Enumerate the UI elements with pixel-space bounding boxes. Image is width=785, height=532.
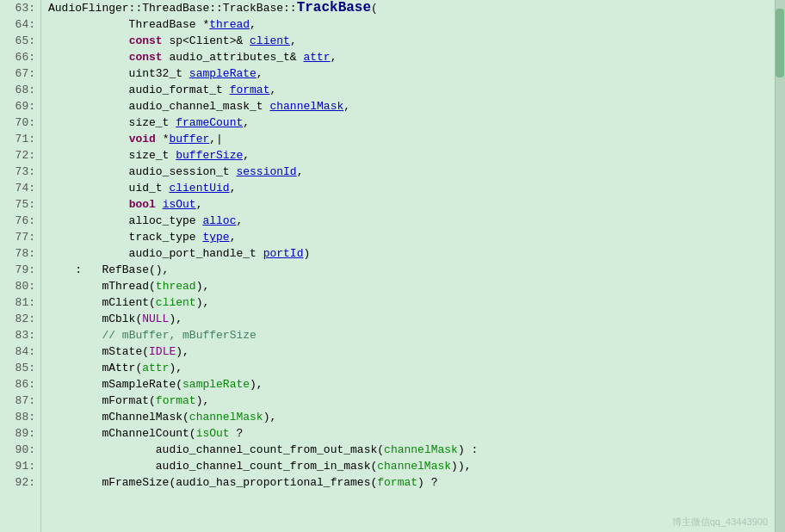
line-number-88: 88:	[0, 409, 35, 425]
plain-token: ,	[297, 165, 304, 178]
watermark: 博主微信qq_43443900	[672, 516, 768, 529]
code-line-74: uid_t clientUid,	[48, 180, 785, 196]
plain-token: )	[303, 247, 310, 260]
plain-token: mFormat(	[48, 394, 156, 407]
scrollbar[interactable]	[775, 0, 785, 532]
param-token: channelMask	[384, 443, 458, 456]
plain-token: ThreadBase *	[48, 18, 209, 31]
line-number-86: 86:	[0, 376, 35, 393]
plain-token: ),	[169, 362, 182, 374]
code-line-87: mFormat(format),	[48, 393, 785, 409]
param-token: format	[156, 394, 196, 407]
line-number-66: 66:	[0, 49, 35, 65]
plain-token: sp<Client>&	[163, 34, 250, 47]
plain-token: ,	[196, 198, 203, 211]
plain-token: mThread(	[48, 280, 156, 293]
line-number-63: 63:	[0, 0, 35, 16]
plain-token: ,	[257, 67, 263, 80]
plain-token: ) :	[458, 443, 478, 456]
line-number-75: 75:	[0, 196, 35, 213]
scrollbar-thumb[interactable]	[776, 9, 784, 77]
plain-token: track_type	[48, 231, 202, 244]
line-number-70: 70:	[0, 114, 35, 131]
plain-token: mCblk(	[48, 312, 142, 325]
plain-token: ),	[250, 378, 263, 391]
plain-token: ),	[263, 411, 277, 424]
keyword-token: bool	[129, 198, 156, 211]
code-line-83: // mBuffer, mBufferSize	[48, 327, 785, 343]
plain-token: audio_port_handle_t	[48, 247, 263, 260]
plain-token	[48, 51, 129, 64]
line-number-67: 67:	[0, 65, 35, 82]
line-number-72: 72:	[0, 147, 35, 164]
line-number-83: 83:	[0, 327, 35, 343]
line-number-73: 73:	[0, 164, 35, 180]
line-number-84: 84:	[0, 343, 35, 360]
line-number-71: 71:	[0, 131, 35, 147]
code-line-66: const audio_attributes_t& attr,	[48, 49, 785, 65]
code-line-91: audio_channel_count_from_in_mask(channel…	[48, 458, 785, 474]
class-name-token: TrackBase	[297, 0, 371, 15]
plain-token: *	[156, 133, 170, 145]
plain-token	[48, 198, 129, 211]
line-number-82: 82:	[0, 311, 35, 327]
value-token: IDLE	[149, 345, 176, 358]
plain-token: alloc_type	[48, 214, 202, 227]
code-line-86: mSampleRate(sampleRate),	[48, 376, 785, 393]
plain-token	[48, 133, 129, 145]
line-number-76: 76:	[0, 213, 35, 229]
plain-token: size_t	[48, 149, 176, 162]
plain-token: ),	[196, 296, 210, 309]
plain-token: ,	[230, 231, 237, 244]
param-token: sampleRate	[182, 378, 250, 391]
param-link-token: attr	[303, 51, 330, 64]
plain-token: AudioFlinger::ThreadBase::TrackBase::	[48, 2, 297, 15]
plain-token: ,	[230, 182, 237, 195]
line-number-78: 78:	[0, 245, 35, 262]
line-number-80: 80:	[0, 278, 35, 294]
line-number-90: 90:	[0, 442, 35, 458]
plain-token: ,	[236, 214, 243, 227]
plain-token: audio_channel_count_from_out_mask(	[48, 443, 384, 456]
param-token: client	[156, 296, 196, 309]
plain-token: (	[371, 2, 378, 15]
param-link-token: client	[250, 34, 290, 47]
code-line-82: mCblk(NULL),	[48, 311, 785, 327]
plain-token	[48, 34, 129, 47]
plain-token: ,	[250, 18, 257, 31]
code-container: 63:64:65:66:67:68:69:70:71:72:73:74:75:7…	[0, 0, 785, 532]
line-number-92: 92:	[0, 474, 35, 491]
code-line-92: mFrameSize(audio_has_proportional_frames…	[48, 474, 785, 491]
code-area[interactable]: AudioFlinger::ThreadBase::TrackBase::Tra…	[41, 0, 785, 532]
line-number-81: 81:	[0, 294, 35, 311]
plain-token: ,	[343, 100, 350, 113]
line-number-65: 65:	[0, 33, 35, 49]
param-link-token: format	[230, 84, 270, 96]
keyword-token: const	[129, 51, 163, 64]
line-number-91: 91:	[0, 458, 35, 474]
plain-token: ) ?	[417, 476, 437, 489]
plain-token: )),	[451, 460, 471, 473]
plain-token: mState(	[48, 345, 149, 358]
code-line-68: audio_format_t format,	[48, 82, 785, 98]
plain-token: ,	[269, 84, 276, 96]
code-line-79: : RefBase(),	[48, 262, 785, 278]
plain-token: ),	[196, 394, 210, 407]
code-line-70: size_t frameCount,	[48, 114, 785, 131]
code-line-81: mClient(client),	[48, 294, 785, 311]
line-number-68: 68:	[0, 82, 35, 98]
plain-token: mSampleRate(	[48, 378, 182, 391]
param-link-token: type	[202, 231, 229, 244]
param-token: channelMask	[189, 411, 263, 424]
plain-token	[48, 329, 102, 342]
plain-token: ,	[243, 116, 250, 129]
param-token: isOut	[196, 427, 230, 440]
param-link-token: alloc	[202, 214, 236, 227]
param-link-token: clientUid	[169, 182, 229, 195]
plain-token	[156, 198, 163, 211]
code-line-80: mThread(thread),	[48, 278, 785, 294]
line-number-89: 89:	[0, 425, 35, 442]
plain-token: uint32_t	[48, 67, 189, 80]
plain-token: ,	[243, 149, 250, 162]
plain-token: ),	[176, 345, 189, 358]
